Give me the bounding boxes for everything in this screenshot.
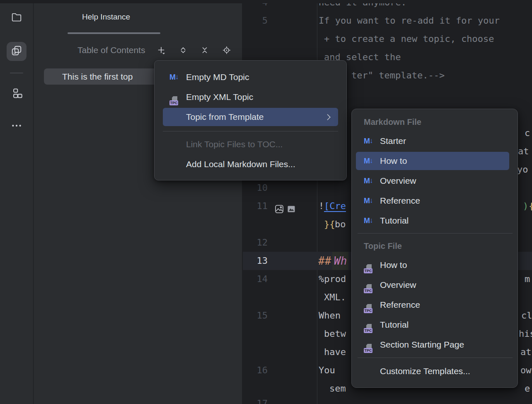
- menu-separator: [358, 233, 513, 234]
- group-header-markdown-file: Markdown File: [364, 115, 421, 129]
- code-fragment: m: [525, 270, 530, 288]
- sidebar-item-project[interactable]: [7, 9, 27, 28]
- code-fragment: at: [520, 343, 532, 361]
- menu-item-empty-xml-topic[interactable]: TPC Empty XML Topic: [155, 88, 346, 106]
- sidebar-item-structure[interactable]: [7, 85, 27, 104]
- line-number: 11: [243, 197, 268, 215]
- code-fragment: have: [324, 343, 346, 361]
- group-header-topic-file: Topic File: [364, 239, 402, 253]
- markdown-file-icon: M↓: [364, 172, 373, 190]
- topic-file-icon: TPC: [363, 280, 374, 298]
- code-fragment: {: [529, 197, 532, 215]
- topic-file-icon: TPC: [363, 299, 374, 318]
- window-top-edge: [0, 0, 532, 3]
- markdown-file-icon: M↓: [364, 132, 373, 150]
- markdown-file-icon: M↓: [364, 212, 373, 230]
- submenu-item-section-starting-page[interactable]: TPC Section Starting Page: [352, 336, 517, 354]
- submenu-item-reference-md[interactable]: M↓ Reference: [352, 192, 517, 210]
- submenu-item-reference-tpc[interactable]: TPC Reference: [352, 296, 517, 314]
- code-fragment: his: [519, 325, 532, 343]
- locate-icon[interactable]: [222, 46, 231, 54]
- structure-icon: [10, 88, 23, 102]
- topic-file-icon: TPC: [169, 92, 179, 110]
- add-button[interactable]: [157, 46, 165, 54]
- image-preview-icon[interactable]: [287, 202, 296, 211]
- submenu-item-starter[interactable]: M↓ Starter: [352, 132, 517, 150]
- collapse-all-icon[interactable]: [201, 46, 209, 54]
- submenu-item-overview-md[interactable]: M↓ Overview: [352, 172, 517, 190]
- submenu-item-tutorial-tpc[interactable]: TPC Tutorial: [352, 316, 517, 334]
- line-number: 14: [243, 270, 268, 288]
- image-outline-icon[interactable]: [275, 202, 284, 211]
- markdown-file-icon: M↓: [169, 68, 179, 86]
- editor-line: 5If you want to re-add it for your: [243, 12, 532, 30]
- panel-title: Table of Contents: [77, 45, 145, 55]
- submenu-arrow-icon: [324, 114, 331, 121]
- code-fragment: }{: [324, 215, 335, 234]
- code-fragment: You: [319, 361, 335, 380]
- submenu-item-customize-templates[interactable]: Customize Templates...: [352, 362, 517, 380]
- tool-window-icon-strip: [0, 0, 34, 404]
- menu-item-link-topic-files: Link Topic Files to TOC...: [155, 135, 346, 153]
- editor-line: + to create a new topic, choose: [243, 30, 532, 48]
- line-number: 5: [243, 12, 268, 30]
- folder-icon: [11, 12, 22, 25]
- sidebar-item-more[interactable]: [7, 117, 27, 136]
- topic-file-icon: TPC: [363, 319, 374, 338]
- new-topic-context-menu: M↓ Empty MD Topic TPC Empty XML Topic To…: [154, 60, 347, 180]
- expand-all-icon[interactable]: [179, 46, 187, 54]
- topic-file-icon: TPC: [363, 260, 374, 278]
- active-tab-indicator: [68, 32, 160, 34]
- menu-item-add-local-markdown[interactable]: Add Local Markdown Files...: [155, 155, 346, 173]
- code-fragment: bo: [335, 215, 346, 234]
- menu-item-empty-md-topic[interactable]: M↓ Empty MD Topic: [155, 68, 346, 86]
- code-fragment: Wh: [332, 252, 348, 270]
- code-fragment: ##: [318, 252, 331, 270]
- code-fragment: cl: [521, 307, 532, 325]
- code-fragment: ): [523, 197, 528, 215]
- code-fragment: + to create a new topic, choose: [324, 30, 494, 48]
- line-number: 15: [243, 307, 268, 325]
- markdown-file-icon: M↓: [364, 152, 373, 170]
- code-fragment: betw: [324, 325, 346, 343]
- line-number: 16: [243, 361, 268, 380]
- line-number: 12: [243, 234, 268, 252]
- code-fragment: %prod: [319, 270, 346, 288]
- tool-window-pages-icon: [11, 45, 22, 58]
- tool-window-tab[interactable]: Help Instance: [82, 12, 130, 22]
- code-fragment: at: [518, 142, 529, 161]
- submenu-item-how-to-md[interactable]: M↓ How to: [356, 152, 509, 170]
- code-fragment: !: [319, 197, 324, 215]
- more-icon: [11, 120, 22, 133]
- code-fragment: If you want to re-add it for your: [319, 12, 500, 30]
- code-fragment: c: [525, 124, 530, 142]
- code-fragment: ow: [520, 361, 532, 380]
- line-number: 10: [243, 179, 268, 197]
- strip-divider: [10, 73, 23, 73]
- topic-file-icon: TPC: [363, 339, 374, 358]
- submenu-item-overview-tpc[interactable]: TPC Overview: [352, 276, 517, 294]
- submenu-item-how-to-tpc[interactable]: TPC How to: [352, 256, 517, 274]
- line-number: 13: [243, 252, 268, 270]
- toc-item-selected[interactable]: This is the first top: [44, 68, 160, 85]
- editor-line: 17: [243, 394, 532, 404]
- menu-separator: [163, 131, 338, 131]
- sidebar-item-writerside[interactable]: [7, 42, 27, 61]
- code-fragment: ter" template.-->: [351, 66, 445, 85]
- code-fragment: yo: [517, 161, 528, 179]
- topic-template-submenu: Markdown File M↓ Starter M↓ How to M↓ Ov…: [351, 109, 518, 388]
- menu-separator: [358, 358, 513, 358]
- code-fragment: When: [319, 307, 341, 325]
- editor-link[interactable]: [Cre: [324, 197, 346, 215]
- markdown-file-icon: M↓: [364, 192, 373, 210]
- code-fragment: XML.: [324, 288, 346, 307]
- line-number: 17: [243, 394, 268, 404]
- submenu-item-tutorial-md[interactable]: M↓ Tutorial: [352, 212, 517, 230]
- menu-item-topic-from-template[interactable]: Topic from Template: [163, 108, 338, 126]
